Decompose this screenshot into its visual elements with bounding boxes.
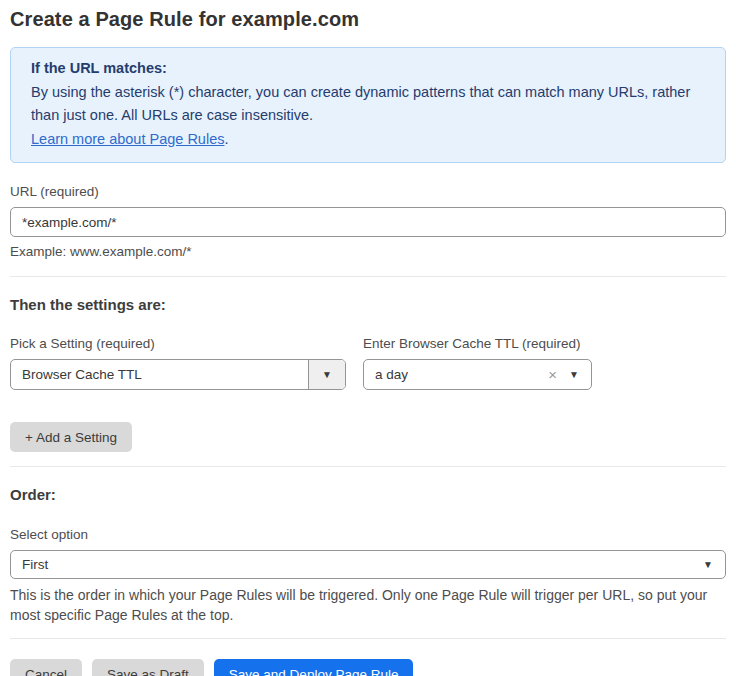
ttl-setting-value: a day bbox=[364, 367, 548, 382]
learn-more-link[interactable]: Learn more about Page Rules bbox=[31, 131, 224, 147]
url-field-group: URL (required) Example: www.example.com/… bbox=[10, 184, 726, 259]
ttl-setting-label: Enter Browser Cache TTL (required) bbox=[363, 336, 592, 351]
url-input[interactable] bbox=[10, 207, 726, 237]
pick-setting-arrow-segment[interactable]: ▼ bbox=[308, 360, 345, 389]
save-as-draft-button[interactable]: Save as Draft bbox=[92, 659, 204, 676]
pick-setting-select[interactable]: Browser Cache TTL ▼ bbox=[10, 359, 346, 390]
info-box-heading: If the URL matches: bbox=[31, 57, 705, 81]
pick-setting-label: Pick a Setting (required) bbox=[10, 336, 346, 351]
pick-setting-value: Browser Cache TTL bbox=[11, 367, 308, 382]
page-title: Create a Page Rule for example.com bbox=[10, 8, 726, 31]
cancel-button[interactable]: Cancel bbox=[10, 659, 82, 676]
ttl-setting-group: Enter Browser Cache TTL (required) a day… bbox=[363, 336, 592, 390]
order-helper-text: This is the order in which your Page Rul… bbox=[10, 585, 726, 625]
form-actions: Cancel Save as Draft Save and Deploy Pag… bbox=[10, 659, 726, 676]
order-select-value: First bbox=[11, 557, 700, 572]
url-field-label: URL (required) bbox=[10, 184, 726, 199]
save-and-deploy-button[interactable]: Save and Deploy Page Rule bbox=[214, 659, 414, 676]
chevron-down-icon: ▼ bbox=[566, 370, 591, 380]
chevron-down-icon: ▼ bbox=[700, 560, 725, 570]
info-box-link-line: Learn more about Page Rules. bbox=[31, 128, 705, 152]
settings-heading: Then the settings are: bbox=[10, 296, 726, 313]
info-box-body: By using the asterisk (*) character, you… bbox=[31, 81, 705, 128]
settings-row: Pick a Setting (required) Browser Cache … bbox=[10, 336, 726, 390]
link-suffix: . bbox=[224, 131, 228, 147]
url-example-helper: Example: www.example.com/* bbox=[10, 244, 726, 259]
add-setting-wrap: + Add a Setting bbox=[10, 422, 726, 452]
divider bbox=[10, 466, 726, 467]
clear-icon[interactable]: × bbox=[548, 366, 566, 383]
url-match-info-box: If the URL matches: By using the asteris… bbox=[10, 47, 726, 163]
order-select-label: Select option bbox=[10, 527, 726, 542]
order-field-group: Select option First ▼ This is the order … bbox=[10, 527, 726, 625]
order-select[interactable]: First ▼ bbox=[10, 550, 726, 579]
page-rule-form: Create a Page Rule for example.com If th… bbox=[0, 0, 736, 676]
add-setting-button[interactable]: + Add a Setting bbox=[10, 422, 132, 452]
ttl-setting-select[interactable]: a day × ▼ bbox=[363, 359, 592, 390]
pick-setting-group: Pick a Setting (required) Browser Cache … bbox=[10, 336, 346, 390]
order-heading: Order: bbox=[10, 486, 726, 503]
divider bbox=[10, 638, 726, 639]
chevron-down-icon: ▼ bbox=[322, 370, 332, 380]
divider bbox=[10, 276, 726, 277]
